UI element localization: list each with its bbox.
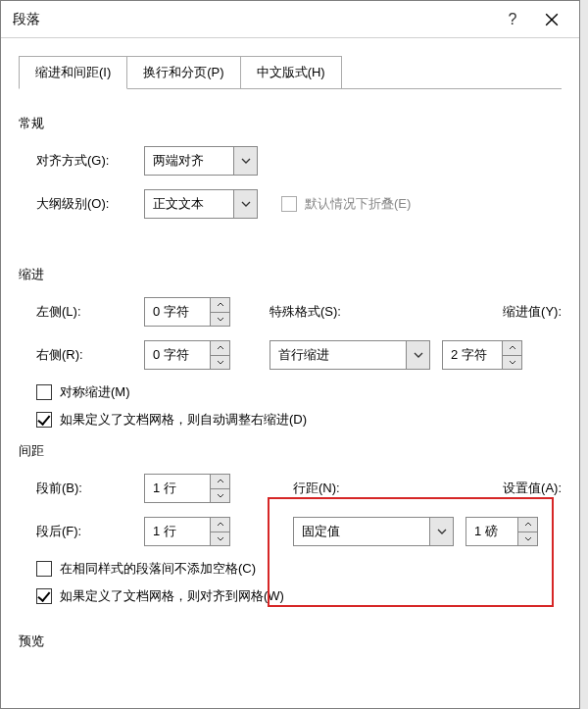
indent-right-label: 右侧(R): — [36, 346, 144, 364]
at-input[interactable]: 1 磅 — [466, 517, 518, 546]
at-label: 设置值(A): — [503, 480, 562, 497]
space-after-up[interactable] — [211, 517, 230, 532]
indent-left-up[interactable] — [211, 297, 230, 313]
section-spacing: 间距 — [19, 442, 562, 460]
indent-right-up[interactable] — [211, 340, 230, 356]
outline-level-select[interactable]: 正文文本 — [144, 189, 234, 219]
help-button[interactable]: ? — [493, 5, 532, 34]
indent-left-input[interactable]: 0 字符 — [144, 297, 211, 327]
indent-right-input[interactable]: 0 字符 — [144, 340, 211, 370]
space-after-input[interactable]: 1 行 — [144, 517, 211, 546]
no-space-same-style-label: 在相同样式的段落间不添加空格(C) — [60, 560, 256, 578]
indent-right-down[interactable] — [211, 356, 230, 371]
outline-level-label: 大纲级别(O): — [36, 195, 144, 213]
window-title: 段落 — [13, 11, 493, 28]
outline-level-dropdown-button[interactable] — [234, 189, 258, 219]
space-after-label: 段后(F): — [36, 523, 144, 540]
collapsed-by-default-checkbox — [281, 196, 297, 212]
special-format-dropdown-button[interactable] — [407, 340, 430, 370]
at-up[interactable] — [518, 517, 538, 532]
space-before-input[interactable]: 1 行 — [144, 474, 211, 503]
space-after-down[interactable] — [211, 532, 230, 547]
section-general: 常规 — [19, 115, 562, 132]
indent-left-down[interactable] — [211, 313, 230, 328]
line-spacing-label: 行距(N): — [293, 480, 381, 497]
alignment-dropdown-button[interactable] — [234, 146, 258, 176]
tab-line-page-breaks[interactable]: 换行和分页(P) — [126, 56, 240, 89]
alignment-select[interactable]: 两端对齐 — [144, 146, 234, 176]
tab-asian-typography[interactable]: 中文版式(H) — [240, 56, 342, 89]
indent-left-label: 左侧(L): — [36, 303, 144, 321]
mirror-indents-checkbox[interactable] — [36, 384, 52, 400]
auto-adjust-right-indent-label: 如果定义了文档网格，则自动调整右缩进(D) — [60, 411, 307, 429]
section-indent: 缩进 — [19, 266, 562, 283]
alignment-label: 对齐方式(G): — [36, 152, 144, 170]
line-spacing-select[interactable]: 固定值 — [293, 517, 430, 546]
snap-to-grid-checkbox[interactable] — [36, 588, 52, 604]
space-before-label: 段前(B): — [36, 480, 144, 497]
no-space-same-style-checkbox[interactable] — [36, 561, 52, 577]
indent-by-down[interactable] — [503, 356, 522, 371]
snap-to-grid-label: 如果定义了文档网格，则对齐到网格(W) — [60, 587, 284, 605]
mirror-indents-label: 对称缩进(M) — [60, 383, 130, 401]
space-before-down[interactable] — [211, 489, 230, 504]
space-before-up[interactable] — [211, 474, 230, 489]
special-format-label: 特殊格式(S): — [270, 303, 375, 321]
indent-by-input[interactable]: 2 字符 — [442, 340, 503, 370]
special-format-select[interactable]: 首行缩进 — [270, 340, 407, 370]
collapsed-by-default-label: 默认情况下折叠(E) — [305, 195, 411, 213]
close-button[interactable] — [532, 5, 571, 34]
at-down[interactable] — [518, 532, 538, 547]
auto-adjust-right-indent-checkbox[interactable] — [36, 412, 52, 428]
tab-indent-spacing[interactable]: 缩进和间距(I) — [19, 56, 127, 89]
indent-by-label: 缩进值(Y): — [503, 303, 562, 321]
indent-by-up[interactable] — [503, 340, 522, 356]
section-preview: 预览 — [19, 633, 562, 650]
line-spacing-dropdown-button[interactable] — [430, 517, 454, 546]
